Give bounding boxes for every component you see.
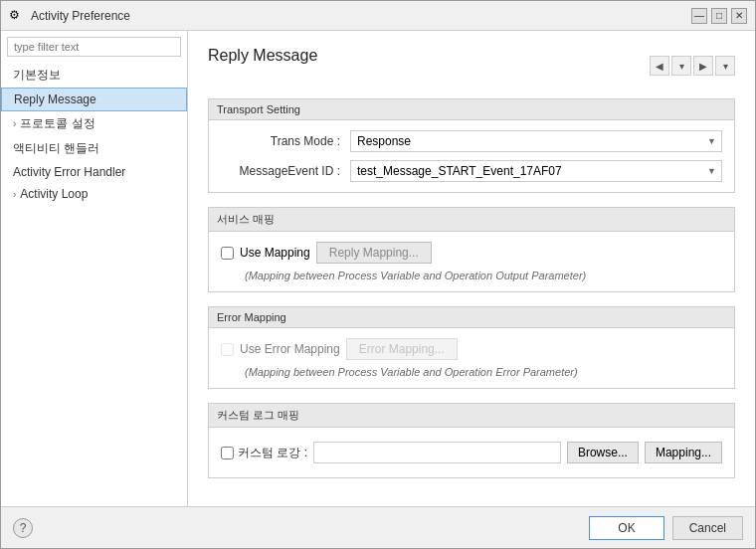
title-bar-left: ⚙ Activity Preference [9, 8, 130, 24]
help-button[interactable]: ? [13, 518, 33, 538]
message-event-select-wrapper: test_Message_START_Event_17AF07 [350, 160, 722, 182]
reply-mapping-button[interactable]: Reply Mapping... [316, 242, 432, 264]
cancel-button[interactable]: Cancel [672, 516, 743, 540]
message-event-label: MessageEvent ID : [221, 164, 350, 178]
custom-log-section: 커스텀 로그 매핑 커스텀 로강 : Browse... Mapping... [208, 403, 735, 478]
custom-log-label-wrapper: 커스텀 로강 : [221, 445, 307, 461]
footer: ? OK Cancel [1, 506, 755, 548]
use-error-mapping-row: Use Error Mapping Error Mapping... [221, 338, 722, 360]
message-event-row: MessageEvent ID : test_Message_START_Eve… [221, 160, 722, 182]
trans-mode-row: Trans Mode : Response Request One-Way [221, 130, 722, 152]
nav-dropdown-back[interactable]: ▾ [671, 56, 691, 76]
title-bar: ⚙ Activity Preference — □ ✕ [1, 1, 755, 31]
transport-setting-header: Transport Setting [209, 99, 734, 120]
custom-log-header: 커스텀 로그 매핑 [209, 404, 734, 428]
custom-log-body: 커스텀 로강 : Browse... Mapping... [209, 428, 734, 477]
service-mapping-section: 서비스 매핑 Use Mapping Reply Mapping... (Map… [208, 207, 735, 292]
nav-arrows: ◀ ▾ ▶ ▾ [650, 56, 735, 76]
transport-setting-body: Trans Mode : Response Request One-Way Me… [209, 120, 734, 192]
footer-left: ? [13, 518, 33, 538]
title-bar-controls: — □ ✕ [691, 8, 747, 24]
custom-log-label: 커스텀 로강 : [238, 445, 307, 461]
nav-back-button[interactable]: ◀ [650, 56, 669, 76]
sidebar-item-activity-error-handler[interactable]: Activity Error Handler [1, 161, 187, 183]
sidebar-item-activity-loop[interactable]: › Activity Loop [1, 183, 187, 205]
sidebar-item-label: 프로토콜 설정 [20, 115, 94, 132]
minimize-button[interactable]: — [691, 8, 707, 24]
custom-log-input[interactable] [313, 442, 561, 463]
error-mapping-button[interactable]: Error Mapping... [346, 338, 458, 360]
dialog: ⚙ Activity Preference — □ ✕ 기본정보 Reply M… [0, 0, 756, 549]
arrow-icon: › [13, 189, 16, 200]
service-mapping-body: Use Mapping Reply Mapping... (Mapping be… [209, 232, 734, 291]
sidebar-item-basic-info[interactable]: 기본정보 [1, 63, 187, 88]
maximize-button[interactable]: □ [711, 8, 727, 24]
sidebar-item-label: Activity Error Handler [13, 165, 125, 179]
browse-button[interactable]: Browse... [567, 442, 639, 463]
custom-log-mapping-button[interactable]: Mapping... [645, 442, 722, 463]
sidebar-item-label: Activity Loop [20, 187, 88, 201]
content-area: 기본정보 Reply Message › 프로토콜 설정 액티비티 핸들러 Ac… [1, 31, 755, 506]
transport-setting-section: Transport Setting Trans Mode : Response … [208, 98, 735, 193]
footer-right: OK Cancel [589, 516, 743, 540]
arrow-icon: › [13, 118, 16, 129]
ok-button[interactable]: OK [589, 516, 663, 540]
use-error-mapping-checkbox[interactable] [221, 343, 234, 356]
nav-dropdown-forward[interactable]: ▾ [715, 56, 735, 76]
sidebar-item-label: 액티비티 핸들러 [13, 140, 99, 157]
dialog-icon: ⚙ [9, 8, 25, 24]
error-mapping-section: Error Mapping Use Error Mapping Error Ma… [208, 306, 735, 389]
panel-header-row: Reply Message ◀ ▾ ▶ ▾ [208, 47, 735, 85]
use-mapping-checkbox[interactable] [221, 247, 234, 260]
sidebar-item-reply-message[interactable]: Reply Message [1, 88, 187, 111]
error-mapping-header: Error Mapping [209, 307, 734, 328]
filter-input[interactable] [7, 37, 181, 57]
sidebar: 기본정보 Reply Message › 프로토콜 설정 액티비티 핸들러 Ac… [1, 31, 188, 506]
custom-log-checkbox[interactable] [221, 447, 234, 459]
close-button[interactable]: ✕ [731, 8, 747, 24]
sidebar-item-label: Reply Message [14, 92, 96, 106]
trans-mode-select[interactable]: Response Request One-Way [350, 130, 722, 152]
message-event-select[interactable]: test_Message_START_Event_17AF07 [350, 160, 722, 182]
use-mapping-row: Use Mapping Reply Mapping... [221, 242, 722, 264]
sidebar-item-label: 기본정보 [13, 67, 61, 84]
error-mapping-body: Use Error Mapping Error Mapping... (Mapp… [209, 328, 734, 388]
service-mapping-hint: (Mapping between Process Variable and Op… [221, 270, 722, 281]
trans-mode-label: Trans Mode : [221, 134, 350, 148]
trans-mode-select-wrapper: Response Request One-Way [350, 130, 722, 152]
panel-title: Reply Message [208, 47, 317, 71]
sidebar-item-protocol-settings[interactable]: › 프로토콜 설정 [1, 111, 187, 136]
error-mapping-hint: (Mapping between Process Variable and Op… [221, 366, 722, 378]
use-error-mapping-label: Use Error Mapping [240, 342, 340, 356]
dialog-title: Activity Preference [31, 9, 130, 23]
service-mapping-header: 서비스 매핑 [209, 208, 734, 232]
main-panel: Reply Message ◀ ▾ ▶ ▾ Transport Setting … [188, 31, 755, 506]
nav-list: 기본정보 Reply Message › 프로토콜 설정 액티비티 핸들러 Ac… [1, 63, 187, 506]
use-mapping-label: Use Mapping [240, 246, 310, 260]
nav-forward-button[interactable]: ▶ [693, 56, 713, 76]
sidebar-item-activity-handler[interactable]: 액티비티 핸들러 [1, 136, 187, 161]
custom-log-row: 커스텀 로강 : Browse... Mapping... [221, 438, 722, 467]
